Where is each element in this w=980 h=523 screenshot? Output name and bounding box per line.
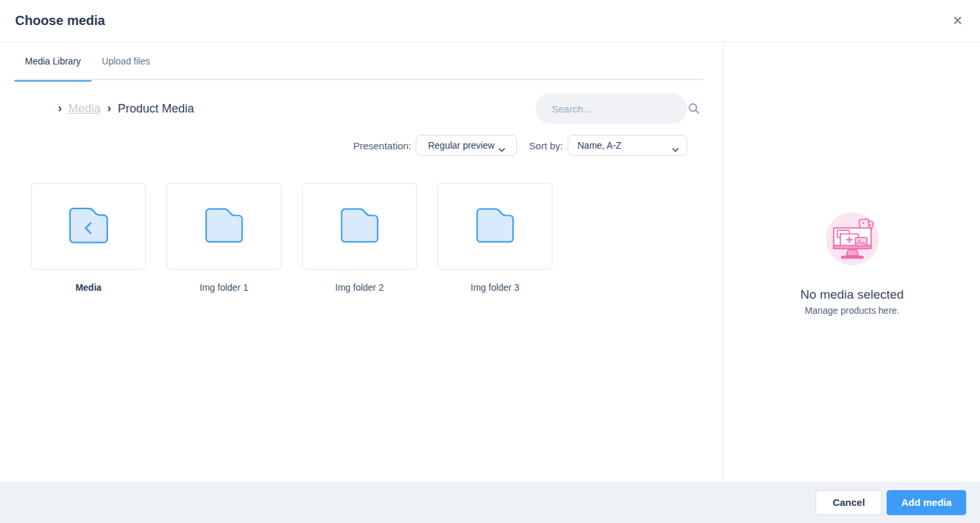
add-media-button[interactable]: Add media [887, 490, 966, 515]
folder-item-img-folder-1[interactable]: Img folder 1 [166, 183, 282, 293]
tab-media-library[interactable]: Media Library [14, 43, 91, 80]
sort-select[interactable]: Name, A-Z [568, 135, 687, 156]
folder-card[interactable] [437, 183, 552, 270]
monitor-media-illustration [823, 210, 881, 268]
folder-name: Img folder 3 [437, 282, 552, 293]
folder-grid: Media Img folder 1 [31, 183, 552, 293]
chevron-down-icon [499, 143, 505, 147]
breadcrumb-current-folder: Product Media [118, 102, 194, 116]
cancel-button[interactable]: Cancel [816, 490, 882, 515]
sort-value: Name, A-Z [577, 140, 622, 151]
presentation-label: Presentation: [353, 140, 411, 151]
modal-title: Choose media [15, 13, 105, 28]
tab-upload-files[interactable]: Upload files [91, 43, 160, 80]
folder-name: Img folder 1 [166, 282, 282, 293]
folder-name: Media [31, 282, 146, 293]
empty-state-title: No media selected [724, 287, 980, 302]
breadcrumb-link-media[interactable]: Media [68, 102, 101, 116]
folder-back-icon [67, 205, 110, 247]
folder-item-img-folder-2[interactable]: Img folder 2 [302, 183, 417, 293]
close-icon [952, 15, 963, 28]
folder-item-media-back[interactable]: Media [31, 183, 146, 293]
breadcrumb: › Media › Product Media [58, 93, 194, 124]
chevron-down-icon [672, 143, 679, 147]
selection-sidebar: No media selected Manage products here. [724, 43, 980, 482]
folder-icon [339, 206, 381, 247]
tab-bar: Media Library Upload files [14, 43, 703, 80]
folder-name: Img folder 2 [302, 282, 417, 293]
view-controls: Presentation: Regular preview Sort by: N… [353, 135, 687, 156]
chevron-right-icon: › [107, 101, 118, 116]
folder-card[interactable] [166, 183, 282, 270]
modal-header: Choose media [0, 0, 980, 42]
media-library-pane: Media Library Upload files › Media › Pro… [0, 43, 723, 482]
modal-footer: Cancel Add media [0, 482, 980, 523]
folder-item-img-folder-3[interactable]: Img folder 3 [437, 183, 552, 293]
empty-state-subtitle: Manage products here. [724, 305, 980, 316]
close-button[interactable] [950, 13, 966, 29]
search-input[interactable] [535, 103, 688, 114]
presentation-value: Regular preview [428, 140, 495, 151]
sort-by-label: Sort by: [529, 140, 563, 151]
folder-icon [203, 206, 245, 247]
chevron-right-icon: › [58, 101, 68, 116]
folder-card[interactable] [31, 183, 146, 270]
search-box [535, 93, 687, 124]
empty-selection-state: No media selected Manage products here. [724, 210, 980, 316]
folder-card[interactable] [302, 183, 417, 270]
choose-media-modal: Choose media Media Library Upload files … [0, 0, 980, 523]
presentation-select[interactable]: Regular preview [416, 135, 517, 156]
magnifier-icon [688, 103, 700, 114]
folder-icon [474, 206, 516, 247]
